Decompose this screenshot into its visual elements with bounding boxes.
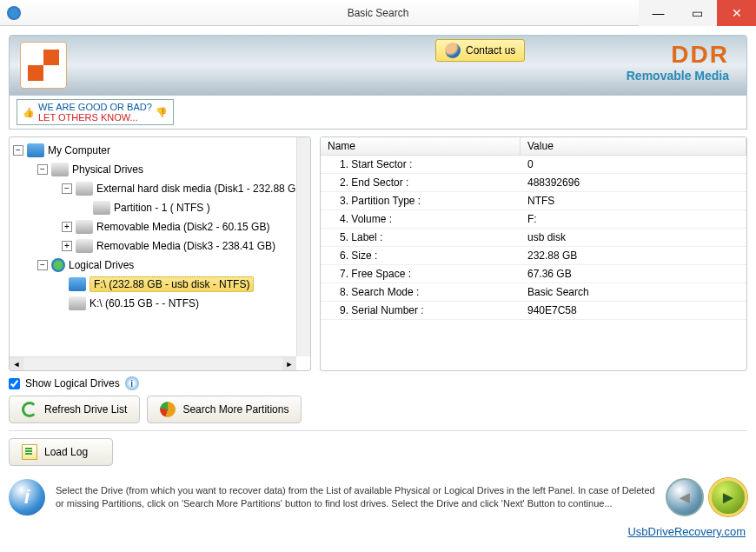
table-row[interactable]: 4. Volume :F:: [321, 210, 746, 229]
tree-root[interactable]: − My Computer: [13, 141, 310, 160]
refresh-drive-list-button[interactable]: Refresh Drive List: [9, 396, 140, 423]
titlebar: Basic Search — ▭ ✕: [0, 0, 756, 26]
col-name-header[interactable]: Name: [321, 137, 521, 155]
refresh-icon: [22, 402, 37, 417]
drive-icon: [76, 220, 93, 234]
globe-icon: [51, 258, 65, 272]
table-row[interactable]: 7. Free Space :67.36 GB: [321, 265, 746, 283]
expand-toggle[interactable]: −: [37, 260, 48, 270]
tree-removable-2[interactable]: + Removable Media (Disk2 - 60.15 GB): [13, 217, 310, 236]
thumbs-up-icon: 👍: [23, 107, 35, 118]
expand-toggle[interactable]: −: [13, 145, 23, 156]
tree-logical[interactable]: − Logical Drives: [13, 256, 310, 275]
expand-toggle[interactable]: +: [62, 241, 72, 251]
drive-icon: [51, 163, 69, 176]
tree-drive-k[interactable]: K:\ (60.15 GB - - NTFS): [13, 294, 310, 313]
feedback-line2: LET OTHERS KNOW...: [38, 112, 138, 123]
window-title: Basic Search: [348, 7, 409, 19]
app-icon: [7, 6, 21, 20]
expand-toggle[interactable]: −: [62, 183, 72, 194]
site-link[interactable]: UsbDriveRecovery.com: [10, 525, 746, 538]
tree-partition[interactable]: Partition - 1 ( NTFS ): [13, 198, 310, 217]
instruction-text: Select the Drive (from which you want to…: [56, 484, 655, 511]
show-logical-checkbox[interactable]: [9, 378, 20, 389]
table-row[interactable]: 8. Search Mode :Basic Search: [321, 283, 746, 302]
scroll-right-icon[interactable]: ►: [282, 357, 296, 371]
info-icon: i: [9, 479, 45, 515]
contact-us-button[interactable]: Contact us: [435, 39, 525, 62]
next-button[interactable]: ►: [709, 478, 747, 516]
show-logical-label: Show Logical Drives: [25, 377, 120, 389]
search-more-partitions-button[interactable]: Search More Partitions: [147, 396, 302, 423]
table-row[interactable]: 2. End Sector :488392696: [321, 174, 746, 192]
expand-toggle[interactable]: −: [37, 164, 48, 175]
load-log-button[interactable]: Load Log: [9, 438, 113, 466]
vertical-scrollbar[interactable]: [296, 137, 310, 356]
tree-drive-f[interactable]: F:\ (232.88 GB - usb disk - NTFS): [13, 275, 310, 294]
drive-icon: [69, 277, 86, 291]
table-row[interactable]: 3. Partition Type :NTFS: [321, 192, 746, 210]
banner: Contact us DDR Removable Media: [9, 35, 747, 96]
feedback-line1: WE ARE GOOD OR BAD?: [38, 102, 152, 112]
logo-box: [20, 42, 67, 89]
drive-icon: [76, 239, 93, 253]
log-icon: [22, 444, 37, 460]
brand-subtitle: Removable Media: [627, 69, 729, 83]
col-value-header[interactable]: Value: [521, 137, 746, 155]
expand-toggle[interactable]: +: [62, 222, 72, 232]
help-icon[interactable]: i: [125, 376, 139, 390]
maximize-button[interactable]: ▭: [678, 0, 717, 26]
pie-icon: [160, 402, 176, 417]
contact-label: Contact us: [466, 44, 515, 57]
feedback-strip: 👍 WE ARE GOOD OR BAD? LET OTHERS KNOW...…: [9, 96, 747, 130]
details-panel: Name Value 1. Start Sector :02. End Sect…: [320, 136, 747, 371]
tree-removable-3[interactable]: + Removable Media (Disk3 - 238.41 GB): [13, 236, 310, 256]
back-button[interactable]: ◄: [666, 478, 704, 516]
minimize-button[interactable]: —: [639, 0, 678, 26]
horizontal-scrollbar[interactable]: ◄ ►: [10, 356, 296, 370]
avatar-icon: [445, 43, 461, 58]
close-button[interactable]: ✕: [717, 0, 756, 26]
drive-icon: [76, 182, 93, 196]
thumbs-down-icon: 👎: [156, 107, 168, 118]
drive-icon: [69, 296, 86, 310]
drive-tree[interactable]: − My Computer − Physical Drives − Extern…: [9, 136, 311, 371]
table-row[interactable]: 6. Size :232.88 GB: [321, 247, 746, 265]
brand: DDR Removable Media: [627, 41, 729, 83]
brand-title: DDR: [627, 41, 729, 69]
table-row[interactable]: 9. Serial Number :940E7C58: [321, 302, 746, 320]
tree-physical[interactable]: − Physical Drives: [13, 160, 310, 179]
table-row[interactable]: 1. Start Sector :0: [321, 156, 746, 174]
table-row[interactable]: 5. Label :usb disk: [321, 229, 746, 247]
drive-icon: [93, 201, 110, 215]
tree-ext-disk[interactable]: − External hard disk media (Disk1 - 232.…: [13, 179, 310, 198]
scroll-left-icon[interactable]: ◄: [10, 357, 23, 371]
logo-icon: [28, 50, 59, 81]
computer-icon: [27, 143, 44, 157]
feedback-link[interactable]: 👍 WE ARE GOOD OR BAD? LET OTHERS KNOW...…: [17, 99, 174, 125]
